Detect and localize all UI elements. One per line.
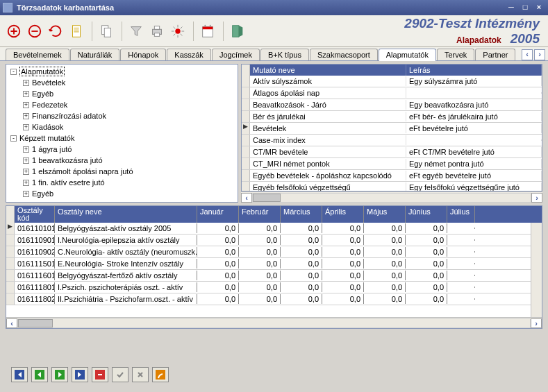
tree-node[interactable]: +Fedezetek bbox=[8, 99, 236, 110]
exit-button[interactable] bbox=[228, 22, 247, 41]
col-leiras[interactable]: Leírás bbox=[406, 65, 542, 76]
table-row[interactable]: Aktív súlyszámokEgy súlyszámra jutó bbox=[242, 76, 542, 87]
table-row[interactable]: CT/MR bevételeeFt CT/MR bevételre jutó bbox=[242, 146, 542, 158]
tab-bevételnemek[interactable]: Bevételnemek bbox=[6, 49, 69, 60]
minimize-button[interactable]: ─ bbox=[505, 3, 517, 12]
table-row[interactable]: ▶BevételekeFt bevételre jutó bbox=[242, 123, 542, 135]
scroll-right-icon[interactable]: › bbox=[531, 318, 542, 328]
svg-rect-4 bbox=[104, 28, 110, 37]
nav-delete-button[interactable] bbox=[92, 367, 108, 382]
add-button[interactable] bbox=[4, 22, 24, 41]
tree-label: Finanszírozási adatok bbox=[32, 112, 106, 120]
tree-node[interactable]: +1 elszámolt ápolási napra jutó bbox=[8, 166, 236, 177]
table-row[interactable]: 016111601Belgyógyászat-fertőző aktív osz… bbox=[6, 270, 531, 282]
expand-icon[interactable]: + bbox=[23, 91, 29, 97]
tree-node[interactable]: +Egyéb bbox=[8, 88, 236, 99]
tree-node[interactable]: +Egyéb bbox=[8, 188, 236, 199]
table-row[interactable]: 016110901I.Neurológia-epilepszia aktív o… bbox=[6, 235, 531, 246]
table-row[interactable]: Case-mix index bbox=[242, 135, 542, 146]
close-button[interactable]: × bbox=[533, 3, 545, 12]
expand-icon[interactable]: - bbox=[10, 135, 17, 142]
table-row[interactable]: 016111501E.Neurológia- Stroke Intenzív o… bbox=[6, 258, 531, 270]
table-row[interactable]: Beavatkozások - JáróEgy beavatkozásra ju… bbox=[242, 99, 542, 111]
tree-node[interactable]: +1 ágyra jutó bbox=[8, 144, 236, 155]
tree-node[interactable]: +1 fin. aktív esetre jutó bbox=[8, 177, 236, 188]
col-header[interactable]: Július bbox=[447, 206, 475, 223]
tab-partner[interactable]: Partner bbox=[475, 49, 515, 60]
tab-kasszák[interactable]: Kasszák bbox=[167, 49, 211, 60]
nav-first-button[interactable] bbox=[11, 367, 28, 382]
tab-tervek[interactable]: Tervek bbox=[437, 49, 474, 60]
print-button[interactable] bbox=[147, 22, 167, 41]
tree-node[interactable]: +Kiadások bbox=[8, 121, 236, 133]
tree-label: 1 ágyra jutó bbox=[32, 145, 72, 153]
col-header[interactable]: Január bbox=[197, 206, 239, 223]
table-row[interactable]: CT_MRI német pontokEgy német pontra jutó bbox=[242, 158, 542, 170]
expand-icon[interactable]: + bbox=[23, 146, 29, 153]
grid2-vscroll[interactable] bbox=[531, 223, 542, 317]
col-header[interactable]: Május bbox=[364, 206, 406, 223]
table-row[interactable]: 016111801I.Pszich. pszichoterápiás oszt.… bbox=[6, 282, 531, 293]
expand-icon[interactable]: + bbox=[23, 169, 29, 175]
tree-node[interactable]: +1 beavatkozásra jutó bbox=[8, 155, 236, 166]
nav-confirm-button[interactable] bbox=[112, 367, 128, 382]
table-row[interactable]: Egyéb bevételek - ápoláshoz kapcsolódóeF… bbox=[242, 170, 542, 182]
col-mutato-neve[interactable]: Mutató neve bbox=[250, 65, 406, 76]
expand-icon[interactable]: + bbox=[23, 80, 29, 86]
col-header[interactable]: Osztály neve bbox=[55, 206, 197, 223]
grid1-hscroll[interactable]: ‹ › bbox=[241, 191, 542, 203]
tab-b+k típus[interactable]: B+K típus bbox=[260, 49, 309, 60]
nav-edit-button[interactable] bbox=[152, 367, 169, 382]
scroll-left-icon[interactable]: ‹ bbox=[241, 193, 252, 203]
expand-icon[interactable]: + bbox=[23, 191, 29, 197]
tab-hónapok[interactable]: Hónapok bbox=[120, 49, 166, 60]
table-row[interactable]: 016111802II.Pszichiátria - Pszichofarm.o… bbox=[6, 293, 531, 305]
nav-cancel-button[interactable] bbox=[132, 367, 149, 382]
col-header[interactable]: Február bbox=[239, 206, 281, 223]
indicators-grid[interactable]: Mutató neve Leírás Aktív súlyszámokEgy s… bbox=[241, 64, 542, 191]
refresh-button[interactable] bbox=[46, 22, 65, 41]
grid2-hscroll[interactable]: ‹ › bbox=[6, 317, 542, 328]
copy-button[interactable] bbox=[97, 22, 116, 41]
table-row[interactable]: Átlagos ápolási nap bbox=[242, 87, 542, 99]
scroll-right-icon[interactable]: › bbox=[531, 193, 542, 203]
expand-icon[interactable]: + bbox=[23, 157, 29, 164]
col-header[interactable]: Április bbox=[322, 206, 364, 223]
tab-jogcímek[interactable]: Jogcímek bbox=[212, 49, 260, 60]
nav-next-button[interactable] bbox=[51, 367, 68, 382]
tree-label: Bevételek bbox=[32, 78, 65, 87]
calendar-button[interactable] bbox=[198, 22, 217, 41]
tab-alapmutatók[interactable]: Alapmutatók bbox=[379, 49, 436, 61]
departments-grid[interactable]: Osztály kódOsztály neveJanuárFebruárMárc… bbox=[6, 205, 542, 329]
nav-prev-button[interactable] bbox=[31, 367, 48, 382]
maximize-button[interactable]: □ bbox=[519, 3, 531, 12]
tab-scroll-left[interactable]: ‹ bbox=[522, 49, 533, 60]
table-row[interactable]: ▶016110101Belgyógyászat-aktív osztály 20… bbox=[6, 223, 531, 235]
tree-node[interactable]: +Bevételek bbox=[8, 77, 236, 88]
tab-szakmacsoport[interactable]: Szakmacsoport bbox=[310, 49, 378, 60]
col-header[interactable]: Osztály kód bbox=[15, 206, 55, 223]
expand-icon[interactable]: + bbox=[23, 102, 29, 108]
expand-icon[interactable]: + bbox=[23, 180, 29, 186]
tools-button[interactable] bbox=[168, 22, 188, 41]
expand-icon[interactable]: + bbox=[23, 124, 29, 130]
document-button[interactable] bbox=[67, 22, 86, 41]
tree-node[interactable]: -Alapmutatók bbox=[8, 66, 236, 77]
tree-node[interactable]: +Finanszírozási adatok bbox=[8, 110, 236, 121]
table-row[interactable]: Bér és járulékaieFt bér- és járulékaira … bbox=[242, 111, 542, 123]
tab-scroll-right[interactable]: › bbox=[534, 49, 545, 60]
col-header[interactable]: Március bbox=[281, 206, 322, 223]
table-row[interactable]: Egyéb felsőfokú végzettségűEgy felsőfokú… bbox=[242, 182, 542, 191]
scroll-left-icon[interactable]: ‹ bbox=[6, 318, 17, 328]
filter-button[interactable] bbox=[126, 22, 146, 41]
tree-node[interactable]: -Képzett mutatók bbox=[8, 133, 236, 144]
col-header[interactable]: Június bbox=[406, 206, 447, 223]
expand-icon[interactable]: - bbox=[10, 69, 17, 75]
nav-last-button[interactable] bbox=[72, 367, 88, 382]
remove-button[interactable] bbox=[25, 22, 44, 41]
expand-icon[interactable]: + bbox=[23, 113, 29, 119]
toolbar: 2902-Teszt Intézmény Alapadatok 2005 bbox=[0, 15, 548, 47]
table-row[interactable]: 016110902C.Neurológia- aktív osztály (ne… bbox=[6, 246, 531, 258]
tab-naturáliák[interactable]: Naturáliák bbox=[70, 49, 120, 60]
tree-view[interactable]: -Alapmutatók+Bevételek+Egyéb+Fedezetek+F… bbox=[6, 64, 238, 203]
